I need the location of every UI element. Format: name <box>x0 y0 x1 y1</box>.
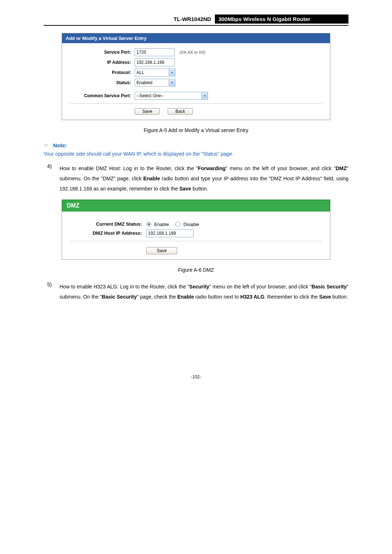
page-number: -102- <box>44 374 348 379</box>
item-body: How to enable DMZ Host: Log in to the Ro… <box>60 163 348 194</box>
item-number: 5) <box>44 282 60 302</box>
model-number: TL-WR1042ND <box>170 15 215 24</box>
radio-enable-label: Enable <box>154 222 169 227</box>
panel-title: Add or Modify a Virtual Server Entry <box>62 33 330 43</box>
protocol-select[interactable]: ALL ▾ <box>135 69 175 77</box>
item-number: 4) <box>44 163 60 194</box>
status-select[interactable]: Enabled ▾ <box>135 79 175 87</box>
note-label: Note: <box>53 142 67 148</box>
note-text: Your opposite side should call your WAN … <box>44 151 348 157</box>
chevron-down-icon: ▾ <box>201 93 208 99</box>
page-header: TL-WR1042ND 300Mbps Wireless N Gigabit R… <box>44 15 348 24</box>
figure-caption-a5: Figure A-5 Add or Modify a Virtual serve… <box>44 127 348 133</box>
hand-pointer-icon: ☞ <box>44 142 50 149</box>
list-item-4: 4) How to enable DMZ Host: Log in to the… <box>44 163 348 194</box>
model-desc: 300Mbps Wireless N Gigabit Router <box>215 15 348 24</box>
chevron-down-icon: ▾ <box>169 79 175 86</box>
label-protocol: Protocol: <box>69 70 135 75</box>
virtual-server-panel: Add or Modify a Virtual Server Entry Ser… <box>62 33 330 120</box>
label-service-port: Service Port: <box>69 50 135 55</box>
service-port-input[interactable] <box>135 48 175 56</box>
item-body: How to enable H323 ALG: Log in to the Ro… <box>60 282 348 302</box>
common-service-port-value: --Select One-- <box>135 93 201 98</box>
save-button[interactable]: Save <box>135 108 160 115</box>
label-dmz-host-ip: DMZ Host IP Address: <box>69 230 146 236</box>
label-common-service-port: Common Service Port: <box>69 93 135 98</box>
back-button[interactable]: Back <box>168 108 193 115</box>
radio-enable[interactable] <box>146 222 151 227</box>
list-item-5: 5) How to enable H323 ALG: Log in to the… <box>44 282 348 302</box>
radio-disable[interactable] <box>175 222 180 227</box>
protocol-value: ALL <box>135 70 169 75</box>
ip-address-input[interactable] <box>135 58 175 66</box>
service-port-hint: (XX-XX or XX) <box>180 50 205 54</box>
label-dmz-status: Current DMZ Status: <box>69 221 146 227</box>
common-service-port-select[interactable]: --Select One-- ▾ <box>135 92 208 100</box>
status-value: Enabled <box>135 80 169 85</box>
panel-title-dmz: DMZ <box>62 200 330 212</box>
radio-disable-label: Disable <box>183 222 199 227</box>
save-button-dmz[interactable]: Save <box>146 247 177 254</box>
figure-caption-a6: Figure A-6 DMZ <box>44 267 348 273</box>
label-status: Status: <box>69 80 135 85</box>
dmz-host-ip-input[interactable] <box>146 229 193 237</box>
dmz-panel: DMZ Current DMZ Status: Enable Disable D… <box>62 200 330 260</box>
note-heading: ☞ Note: <box>44 142 348 149</box>
label-ip-address: IP Address: <box>69 60 135 65</box>
chevron-down-icon: ▾ <box>169 69 175 76</box>
header-divider <box>44 25 348 26</box>
